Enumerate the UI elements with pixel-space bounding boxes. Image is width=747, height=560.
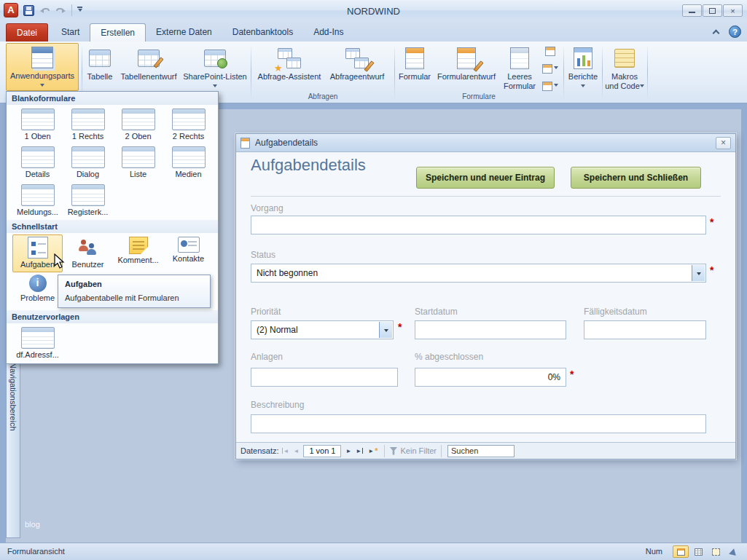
gallery-item-details[interactable]: Details xyxy=(12,144,63,182)
tab-datenbanktools[interactable]: Datenbanktools xyxy=(222,23,303,42)
help-button[interactable]: ? xyxy=(729,25,741,38)
form-close-button[interactable]: × xyxy=(716,137,731,149)
gallery-item-liste[interactable]: Liste xyxy=(113,144,163,182)
abfrageentwurf-button[interactable]: Abfrageentwurf xyxy=(324,44,391,99)
tab-datei[interactable]: Datei xyxy=(6,23,48,42)
table-icon xyxy=(89,50,111,67)
gallery-item-df-adressf[interactable]: df.Adressf... xyxy=(12,325,63,363)
blank-form-layout-icon xyxy=(21,184,55,206)
user-template-form-icon xyxy=(21,327,55,349)
prioritaet-label: Priorität xyxy=(251,307,281,317)
window-frame-right xyxy=(741,103,747,543)
layout-view-icon xyxy=(712,548,720,556)
previous-record-button[interactable]: ◄ xyxy=(292,445,302,457)
design-view-toggle[interactable] xyxy=(725,545,741,558)
minimize-icon xyxy=(689,12,695,13)
required-marker: * xyxy=(570,368,574,380)
minimize-button[interactable] xyxy=(682,4,702,17)
abgeschlossen-field[interactable]: 0% xyxy=(415,368,566,387)
next-record-button[interactable]: ► xyxy=(343,445,353,457)
required-marker: * xyxy=(710,216,713,228)
abgeschlossen-label: % abgeschlossen xyxy=(415,352,483,362)
chevron-up-icon xyxy=(712,30,719,37)
abfrage-assistent-button[interactable]: ★ Abfrage-Assistent xyxy=(257,44,322,99)
dropdown-arrow-icon xyxy=(554,84,558,89)
maximize-button[interactable] xyxy=(703,4,722,17)
gallery-item-1-rechts[interactable]: 1 Rechts xyxy=(63,106,113,144)
record-search-input[interactable] xyxy=(447,445,515,457)
formular-assistent-button[interactable] xyxy=(539,47,561,56)
form-view-toggle[interactable] xyxy=(673,545,689,558)
num-lock-indicator: Num xyxy=(646,547,662,556)
section-header-schnellstart: Schnellstart xyxy=(7,220,218,233)
anwendungsparts-button[interactable]: Anwendungsparts xyxy=(6,43,79,91)
query-design-icon xyxy=(345,47,369,70)
gallery-item-registerk[interactable]: Registerk... xyxy=(63,182,113,220)
chevron-down-icon xyxy=(697,272,701,277)
new-record-button[interactable]: ►* xyxy=(366,445,380,457)
ribbon-tab-row: Datei Start Erstellen Externe Daten Date… xyxy=(0,22,747,42)
leeres-formular-button[interactable]: Leeres Formular xyxy=(501,44,539,99)
report-icon xyxy=(574,47,592,69)
datasheet-view-toggle[interactable] xyxy=(690,545,706,558)
save-and-new-button[interactable]: Speichern und neuer Eintrag xyxy=(416,167,555,189)
prioritaet-dropdown-button[interactable] xyxy=(379,322,392,338)
close-icon: × xyxy=(730,7,735,15)
filter-state-button[interactable]: Kein Filter xyxy=(400,446,437,455)
maximize-icon xyxy=(709,8,716,14)
prioritaet-combobox[interactable]: (2) Normal xyxy=(251,320,394,339)
formular-button[interactable]: Formular xyxy=(397,44,432,99)
last-record-button[interactable]: ► xyxy=(353,445,366,457)
minimize-ribbon-button[interactable] xyxy=(709,26,722,38)
navigation-button[interactable] xyxy=(539,64,561,74)
form-titlebar[interactable]: Aufgabendetails × xyxy=(236,134,735,152)
layout-view-toggle[interactable] xyxy=(708,545,724,558)
tab-add-ins[interactable]: Add-Ins xyxy=(303,23,353,42)
tab-start[interactable]: Start xyxy=(51,23,90,42)
gallery-item-probleme[interactable]: iProbleme xyxy=(12,272,63,310)
record-navigator: Datensatz: ◄ ◄ 1 von 1 ► ► ►* Kein Filte… xyxy=(236,442,735,459)
tooltip-text: Aufgabentabelle mit Formularen xyxy=(65,293,203,302)
window-title: NORDWIND xyxy=(0,6,747,17)
gallery-item-medien[interactable]: Medien xyxy=(163,144,214,182)
formularentwurf-button[interactable]: Formularentwurf xyxy=(434,44,499,99)
startdatum-field[interactable] xyxy=(415,320,566,339)
gallery-item-2-rechts[interactable]: 2 Rechts xyxy=(163,106,214,144)
faelligkeitsdatum-field[interactable] xyxy=(584,320,706,339)
blank-form-icon xyxy=(510,47,529,69)
sharepoint-list-icon xyxy=(204,50,226,67)
berichte-button[interactable]: Berichte xyxy=(566,44,601,99)
group-label-abfragen: Abfragen xyxy=(252,92,394,100)
status-combobox[interactable]: Nicht begonnen xyxy=(251,264,706,283)
gallery-item-dialog[interactable]: Dialog xyxy=(63,144,113,182)
tab-erstellen[interactable]: Erstellen xyxy=(90,23,146,42)
gallery-item-benutzer[interactable]: Benutzer xyxy=(63,234,113,272)
chevron-down-icon xyxy=(384,329,388,334)
dropdown-arrow-icon xyxy=(40,84,44,89)
access-window: A NORDWIND × Datei Start Erstellen Exter… xyxy=(0,0,747,560)
gallery-item-2-oben[interactable]: 2 Oben xyxy=(113,106,163,144)
tab-externe-daten[interactable]: Externe Daten xyxy=(146,23,222,42)
vorgang-field[interactable] xyxy=(251,216,706,234)
gallery-item-kontakte[interactable]: Kontakte xyxy=(163,234,214,272)
anwendungsparts-gallery: Blankoformulare 1 Oben 1 Rechts 2 Oben 2… xyxy=(6,91,219,364)
view-mode-text: Formularansicht xyxy=(7,547,65,556)
heading-separator xyxy=(251,196,721,197)
save-and-close-button[interactable]: Speichern und Schließen xyxy=(571,167,701,189)
gallery-item-1-oben[interactable]: 1 Oben xyxy=(12,106,63,144)
gallery-item-meldungs[interactable]: Meldungs... xyxy=(12,182,63,220)
makros-und-code-button[interactable]: Makros und Code xyxy=(604,44,645,99)
status-dropdown-button[interactable] xyxy=(692,265,705,281)
close-button[interactable]: × xyxy=(723,4,743,17)
gallery-item-kommentare[interactable]: Komment... xyxy=(113,234,163,272)
beschreibung-field[interactable] xyxy=(251,414,706,433)
comments-note-icon xyxy=(129,237,148,254)
vorgang-label: Vorgang xyxy=(251,203,283,213)
required-marker: * xyxy=(398,321,402,333)
dropdown-arrow-icon xyxy=(581,84,585,90)
record-position-box[interactable]: 1 von 1 xyxy=(303,445,341,457)
anlagen-field[interactable] xyxy=(251,368,398,387)
weitere-formulare-button[interactable] xyxy=(539,82,561,91)
required-marker: * xyxy=(710,264,713,276)
first-record-button[interactable]: ◄ xyxy=(279,445,292,457)
